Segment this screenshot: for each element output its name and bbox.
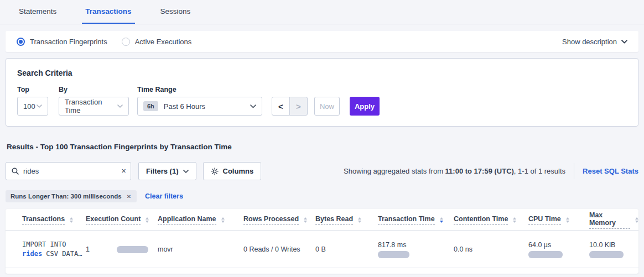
by-select-value: Transaction Time [65, 98, 117, 114]
chevron-down-icon [621, 40, 627, 44]
tab-statements[interactable]: Statements [15, 0, 60, 24]
show-description-toggle[interactable]: Show description [562, 38, 627, 46]
chevron-down-icon [117, 104, 123, 108]
show-description-label: Show description [562, 38, 617, 46]
reset-sql-stats-link[interactable]: Reset SQL Stats [583, 167, 638, 175]
cpu-time-cell: 64.0 µs [528, 241, 589, 258]
top-select-value: 100 [23, 102, 35, 111]
sort-icon[interactable] [566, 217, 569, 223]
filter-chip-label: Runs Longer Than: 300 milliseconds [11, 193, 122, 200]
cpu-time-bar [528, 251, 563, 258]
now-button[interactable]: Now [314, 97, 340, 116]
top-field: Top 100 [17, 86, 48, 116]
view-mode-bar: Transaction Fingerprints Active Executio… [6, 31, 638, 52]
chevron-down-icon [37, 104, 42, 108]
column-header-transaction-time[interactable]: Transaction Time [378, 215, 454, 225]
time-next-button[interactable]: > [289, 97, 308, 116]
search-criteria-card: Search Criteria Top 100 By Transaction T… [6, 58, 638, 127]
top-select[interactable]: 100 [17, 97, 48, 116]
application-name-cell: movr [158, 245, 243, 253]
execution-count-cell: 1 [86, 245, 158, 253]
columns-button[interactable]: Columns [203, 162, 262, 180]
column-header-transactions[interactable]: Transactions [22, 215, 86, 225]
columns-button-label: Columns [223, 167, 254, 175]
table-header-row: Transactions Execution Count Application… [6, 209, 638, 231]
top-label: Top [17, 86, 48, 93]
column-header-execution-count[interactable]: Execution Count [86, 215, 158, 225]
time-range-label: Time Range [137, 86, 262, 93]
active-filters-row: Runs Longer Than: 300 milliseconds ✕ Cle… [6, 190, 183, 202]
radio-fingerprints-label: Transaction Fingerprints [30, 38, 107, 46]
sort-icon[interactable] [513, 217, 516, 223]
apply-button[interactable]: Apply [350, 97, 380, 116]
sort-icon[interactable] [146, 217, 149, 223]
column-header-bytes-read[interactable]: Bytes Read [315, 215, 378, 225]
contention-time-cell: 0.0 ns [454, 245, 528, 253]
column-header-application-name[interactable]: Application Name [158, 215, 243, 225]
column-header-max-memory[interactable]: Max Memory [589, 211, 638, 229]
radio-transaction-fingerprints[interactable]: Transaction Fingerprints [17, 38, 107, 46]
search-criteria-title: Search Criteria [17, 69, 627, 77]
search-input[interactable] [23, 167, 121, 175]
sort-icon[interactable] [221, 217, 225, 223]
bytes-read-cell: 0 B [315, 245, 378, 253]
radio-active-executions[interactable]: Active Executions [122, 38, 192, 46]
sort-icon[interactable] [70, 217, 73, 223]
remove-filter-icon[interactable]: ✕ [126, 194, 132, 200]
sort-icon[interactable] [358, 217, 361, 223]
execution-count-bar [117, 246, 148, 253]
transaction-fingerprint-cell[interactable]: IMPORT INTO rides CSV DATA… [22, 240, 86, 259]
table-row: IMPORT INTO rides CSV DATA… 1 movr 0 Rea… [6, 231, 638, 268]
transaction-link[interactable]: rides [22, 250, 42, 258]
by-field: By Transaction Time [59, 86, 129, 116]
search-icon [12, 168, 19, 175]
search-box[interactable]: ✕ [6, 162, 131, 180]
tab-transactions[interactable]: Transactions [82, 0, 134, 24]
time-range-select[interactable]: 6h Past 6 Hours [137, 97, 262, 116]
by-select[interactable]: Transaction Time [59, 97, 129, 116]
time-range-field: Time Range 6h Past 6 Hours [137, 86, 262, 116]
by-label: By [59, 86, 129, 93]
aggregated-stats-text: Showing aggregated stats from 11:00 to 1… [344, 167, 565, 175]
search-criteria-form: Top 100 By Transaction Time Time Range 6… [17, 86, 627, 116]
radio-active-executions-label: Active Executions [135, 38, 192, 46]
transaction-time-bar [378, 251, 409, 258]
gear-icon [211, 168, 219, 175]
sort-icon[interactable] [304, 217, 307, 223]
filter-chip: Runs Longer Than: 300 milliseconds ✕ [6, 190, 137, 202]
chevron-down-icon [250, 104, 256, 108]
stats-time-range: 11:00 to 17:59 (UTC) [445, 167, 514, 175]
time-nav-group: < > [272, 97, 308, 116]
rows-processed-cell: 0 Reads / 0 Writes [243, 245, 315, 253]
stats-area: Showing aggregated stats from 11:00 to 1… [344, 163, 638, 179]
results-heading: Results - Top 100 Transaction Fingerprin… [7, 143, 232, 151]
time-range-value: Past 6 Hours [164, 102, 205, 111]
max-memory-cell: 10.0 KiB [589, 241, 638, 258]
transactions-table: Transactions Execution Count Application… [6, 209, 638, 274]
column-header-rows-processed[interactable]: Rows Processed [243, 215, 315, 225]
radio-selected-icon [17, 38, 25, 46]
column-header-contention-time[interactable]: Contention Time [454, 215, 528, 225]
max-memory-bar [589, 251, 624, 258]
column-header-cpu-time[interactable]: CPU Time [528, 215, 589, 225]
transaction-time-cell: 817.8 ms [378, 241, 454, 258]
sort-icon-active-desc[interactable] [440, 217, 443, 223]
filters-button-label: Filters (1) [146, 167, 179, 175]
sql-activity-tabbar: Statements Transactions Sessions [0, 0, 644, 24]
clear-filters-link[interactable]: Clear filters [145, 192, 183, 200]
radio-unselected-icon [122, 38, 130, 46]
clear-search-icon[interactable]: ✕ [121, 168, 127, 175]
sort-icon[interactable] [635, 217, 638, 223]
filters-button[interactable]: Filters (1) [138, 162, 196, 180]
time-prev-button[interactable]: < [272, 97, 290, 116]
chevron-down-icon [183, 170, 189, 173]
time-range-badge: 6h [143, 101, 158, 111]
tab-sessions[interactable]: Sessions [157, 0, 194, 24]
results-controls-row: ✕ Filters (1) Columns Showing aggregated… [6, 162, 638, 180]
vertical-divider [574, 163, 574, 179]
